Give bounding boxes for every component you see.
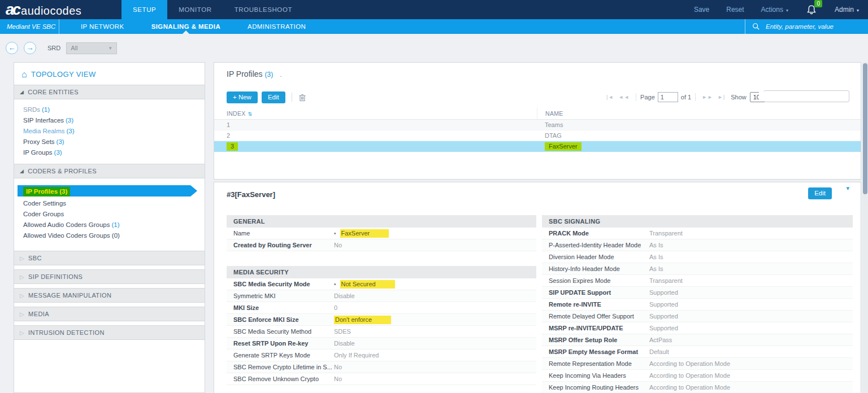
sidebar-item-allowed-video-coders-groups[interactable]: Allowed Video Coders Groups(0) — [23, 230, 205, 241]
sidebar-item-media-realms[interactable]: Media Realms(3) — [23, 126, 205, 137]
property-value: According to Operation Mode — [649, 372, 730, 379]
sidebar-item-label: SRDs — [23, 106, 40, 113]
edit-button[interactable]: Edit — [262, 91, 285, 103]
sidebar-item-ip-groups[interactable]: IP Groups(3) — [23, 147, 205, 158]
section-collapsed-icon: ▷ — [20, 274, 24, 280]
detail-edit-button[interactable]: Edit — [808, 187, 832, 199]
property-value: Default — [649, 348, 669, 355]
sidebar-item-ip-profiles-active[interactable]: IP Profiles (3) — [18, 185, 197, 197]
chevron-down-icon: ▾ — [857, 8, 859, 13]
top-tab-troubleshoot[interactable]: TROUBLESHOOT — [223, 0, 303, 19]
new-button[interactable]: + New — [227, 91, 258, 103]
property-value-highlighted: FaxServer — [340, 229, 389, 238]
actions-menu[interactable]: Actions▾ — [761, 6, 788, 14]
sidebar-section-header-sbc[interactable]: ▷SBC — [14, 251, 205, 265]
sidebar-item-allowed-audio-coders-groups[interactable]: Allowed Audio Coders Groups(1) — [23, 220, 205, 230]
table-row[interactable]: 3FaxServer — [214, 141, 861, 152]
actions-menu-label: Actions — [761, 6, 783, 14]
property-value-text: According to Operation Mode — [649, 360, 730, 367]
sidebar-section-intrusion-detection: ▷INTRUSION DETECTION — [14, 325, 205, 340]
sidebar-item-label: IP Groups — [23, 149, 53, 156]
sidebar-section-header-media[interactable]: ▷MEDIA — [14, 307, 205, 321]
table-row[interactable]: 1Teams — [214, 120, 861, 130]
table-cell-index: 2 — [214, 132, 537, 139]
property-value-text: According to Operation Mode — [649, 384, 730, 391]
first-page-icon[interactable]: |◄ — [606, 94, 614, 100]
property-row: MSRP Empty Message FormatDefault — [542, 346, 853, 358]
toolbar-divider — [292, 93, 292, 102]
property-label: MSRP re-INVITE/UPDATE — [542, 325, 649, 331]
user-menu[interactable]: Admin▾ — [835, 6, 859, 14]
property-value: Supported — [649, 313, 678, 320]
property-row: Keep Incoming Via HeadersAccording to Op… — [542, 370, 853, 382]
sidebar-section-header-intrusion-detection[interactable]: ▷INTRUSION DETECTION — [14, 325, 205, 340]
collapse-chevron-icon[interactable]: ▾ — [846, 185, 849, 192]
property-value: No — [334, 364, 342, 370]
property-label: SIP UPDATE Support — [542, 289, 649, 296]
detail-title: #3[FaxServer] — [227, 190, 275, 199]
column-header-name[interactable]: NAME — [537, 108, 861, 120]
property-row: Remote Representation ModeAccording to O… — [542, 358, 853, 370]
sidebar-section-label: INTRUSION DETECTION — [28, 329, 105, 336]
nav-tab-signaling-media[interactable]: SIGNALING & MEDIA — [138, 19, 234, 34]
property-value: Supported — [649, 289, 678, 296]
audiocodes-logo-text: audiocodes — [21, 5, 81, 18]
context-nav-bar: Mediant VE SBC IP NETWORKSIGNALING & MED… — [0, 19, 868, 34]
property-label: SBC Media Security Mode — [227, 281, 334, 287]
nav-tab-ip-network[interactable]: IP NETWORK — [67, 19, 138, 34]
next-page-icon[interactable]: ►► — [702, 94, 713, 100]
srd-dropdown[interactable]: All ▼ — [66, 42, 117, 54]
sidebar-section-label: SIP DEFINITIONS — [28, 273, 83, 280]
sidebar-section-sip-definitions: ▷SIP DEFINITIONS — [14, 269, 205, 284]
vertical-scrollbar[interactable] — [862, 62, 868, 393]
property-label: SBC Media Security Method — [227, 328, 334, 335]
column-header-index[interactable]: INDEX⇅ — [214, 110, 537, 117]
top-tab-setup[interactable]: SETUP — [121, 0, 167, 19]
property-value: No — [334, 242, 342, 248]
delete-button[interactable] — [298, 93, 306, 102]
table-cell-index: 3 — [214, 143, 537, 150]
nav-tab-administration[interactable]: ADMINISTRATION — [234, 19, 319, 34]
sidebar-item-proxy-sets[interactable]: Proxy Sets(3) — [23, 137, 205, 147]
reset-button[interactable]: Reset — [726, 6, 744, 14]
sidebar-item-count: (1) — [111, 221, 119, 228]
property-label: SBC Remove Crypto Lifetime in S... — [227, 364, 334, 370]
sidebar-item-label: Coder Groups — [23, 211, 64, 217]
modified-bullet-icon: • — [334, 230, 336, 237]
last-page-icon[interactable]: ►| — [718, 94, 725, 100]
property-value: According to Operation Mode — [649, 384, 730, 391]
previous-page-icon[interactable]: ◄◄ — [618, 94, 630, 100]
top-tab-monitor[interactable]: MONITOR — [167, 0, 223, 19]
search-icon — [752, 23, 760, 30]
property-row: History-Info Header ModeAs Is — [542, 263, 853, 275]
page-number-input[interactable] — [658, 92, 678, 102]
sidebar-section-header-sip-definitions[interactable]: ▷SIP DEFINITIONS — [14, 269, 205, 284]
property-value-text: No — [334, 375, 342, 382]
sidebar-section-header-message-manipulation[interactable]: ▷MESSAGE MANIPULATION — [14, 288, 205, 303]
notification-bell-icon[interactable]: 0 — [805, 3, 818, 16]
save-button[interactable]: Save — [694, 6, 709, 14]
table-row[interactable]: 2DTAG — [214, 130, 861, 141]
forward-button[interactable]: → — [24, 42, 36, 54]
sidebar-section-media: ▷MEDIA — [14, 307, 205, 321]
scrollbar-thumb[interactable] — [863, 63, 867, 194]
property-value: Supported — [649, 325, 678, 331]
sidebar-item-sip-interfaces[interactable]: SIP Interfaces(3) — [23, 115, 205, 126]
sidebar-section-header-core-entities[interactable]: ◢CORE ENTITIES — [14, 85, 205, 99]
property-label: Symmetric MKI — [227, 292, 334, 299]
property-row: Generate SRTP Keys ModeOnly If Required — [227, 350, 536, 361]
property-value: Transparent — [649, 230, 683, 237]
sort-icon[interactable]: ⇅ — [248, 111, 253, 117]
property-value-text: Disable — [334, 292, 355, 299]
sidebar-section-header-coders-profiles[interactable]: ◢CODERS & PROFILES — [14, 164, 205, 178]
sidebar-item-label: Coder Settings — [23, 200, 66, 207]
srd-dropdown-value: All — [71, 45, 77, 51]
back-button[interactable]: ← — [6, 42, 18, 54]
sidebar-item-srds[interactable]: SRDs(1) — [23, 104, 205, 115]
table-search-input[interactable] — [759, 91, 846, 101]
property-label: PRACK Mode — [542, 230, 649, 237]
sidebar-item-coder-groups[interactable]: Coder Groups — [23, 209, 205, 220]
sidebar-item-coder-settings[interactable]: Coder Settings — [23, 198, 205, 209]
topology-view-link[interactable]: ⌂ TOPOLOGY VIEW — [21, 70, 205, 78]
global-search-input[interactable] — [765, 23, 861, 30]
